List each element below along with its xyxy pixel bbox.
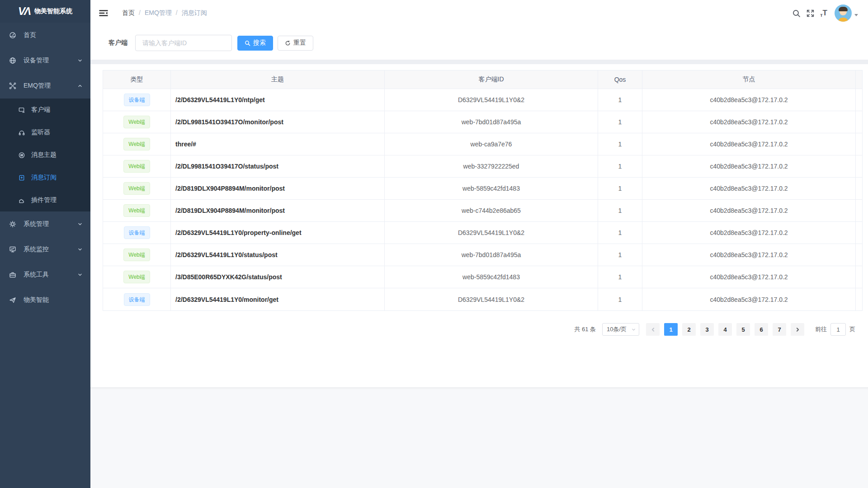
menu-fold-icon[interactable] [99, 8, 108, 18]
page-number-button[interactable]: 6 [755, 323, 768, 336]
gear-icon [9, 221, 16, 228]
cell-qos: 1 [598, 222, 642, 244]
table-row: Web端 /2/D819DLX904P8894M/monitor/post we… [103, 200, 862, 222]
page-number-button[interactable]: 2 [682, 323, 696, 336]
cell-topic: /2/D6329VL54419L1Y0/property-online/get [171, 222, 385, 244]
pagination: 共 61 条 10条/页 1234567 前往 页 [574, 323, 855, 336]
page-number-button[interactable]: 7 [773, 323, 786, 336]
type-tag: Web端 [123, 249, 150, 261]
sidebar-item-monitor[interactable]: 系统监控 [0, 237, 90, 262]
cell-node: c40b2d8ea5c3@172.17.0.2 [642, 288, 856, 310]
toolbox-icon [9, 271, 16, 278]
cell-client-id: web-3327922225ed [385, 155, 598, 178]
type-tag: Web端 [123, 116, 150, 128]
user-menu[interactable] [835, 5, 858, 22]
search-icon [245, 40, 250, 46]
cell-client-id: D6329VL54419L1Y0&2 [385, 89, 598, 111]
cell-gutter [856, 200, 862, 222]
col-header-gutter [856, 70, 862, 89]
chevron-down-icon [78, 272, 82, 277]
cell-gutter [856, 288, 862, 310]
monitor-icon [9, 246, 16, 253]
col-header-node: 节点 [642, 70, 856, 89]
breadcrumb-separator: / [139, 9, 141, 17]
sidebar-item-home[interactable]: 首页 [0, 23, 90, 48]
chevron-up-icon [78, 84, 82, 88]
type-tag: Web端 [123, 271, 150, 283]
cell-qos: 1 [598, 111, 642, 133]
prev-page-button[interactable] [646, 323, 660, 336]
client-icon [18, 107, 25, 113]
type-tag: Web端 [123, 160, 150, 173]
fullscreen-icon[interactable] [806, 9, 815, 18]
chevron-left-icon [651, 327, 656, 332]
client-id-input[interactable] [135, 35, 232, 51]
cell-topic: /2/D819DLX904P8894M/monitor/post [171, 200, 385, 222]
sidebar-item-topic[interactable]: 消息主题 [0, 144, 90, 166]
table-row: 设备端 /2/D6329VL54419L1Y0/property-online/… [103, 222, 862, 244]
font-size-big: T [823, 9, 827, 18]
sidebar-item-system[interactable]: 系统管理 [0, 211, 90, 237]
avatar[interactable] [835, 5, 852, 22]
cell-node: c40b2d8ea5c3@172.17.0.2 [642, 89, 856, 111]
cell-client-id: web-c744b2e86ab65 [385, 200, 598, 222]
font-size-icon[interactable]: тT [820, 9, 827, 18]
cell-qos: 1 [598, 178, 642, 200]
search-field-label: 客户端 [108, 39, 127, 47]
search-button[interactable]: 搜索 [237, 36, 273, 51]
breadcrumb-home[interactable]: 首页 [122, 9, 135, 17]
sidebar-item-label: EMQ管理 [24, 82, 51, 90]
cell-topic: /2/DL9981541O39417O/status/post [171, 155, 385, 178]
table-row: Web端 /3/D85E00R65DYXK42G/status/post web… [103, 266, 862, 288]
listener-icon [18, 129, 25, 136]
cell-node: c40b2d8ea5c3@172.17.0.2 [642, 178, 856, 200]
goto-page: 前往 页 [815, 323, 855, 336]
cell-gutter [856, 133, 862, 155]
sidebar-item-tools[interactable]: 系统工具 [0, 262, 90, 287]
page-size-select[interactable]: 10条/页 [602, 323, 639, 336]
goto-page-input[interactable] [830, 323, 846, 336]
col-header-topic: 主题 [171, 70, 385, 89]
cell-type: Web端 [103, 111, 171, 133]
page-number-button[interactable]: 5 [736, 323, 750, 336]
sidebar: VΛ 物美智能系统 首页 设备管理 EMQ管理 客户端 监听器 消息主题 消息订… [0, 0, 90, 488]
cell-topic: /2/D6329VL54419L1Y0/status/post [171, 244, 385, 266]
chevron-right-icon [795, 327, 800, 332]
top-navbar: 首页 / EMQ管理 / 消息订阅 тT [90, 0, 868, 26]
sidebar-item-wumei[interactable]: 物美智能 [0, 287, 90, 313]
table-header-row: 类型 主题 客户端ID Qos 节点 [103, 70, 862, 89]
reset-button[interactable]: 重置 [278, 36, 313, 51]
chevron-down-icon [632, 328, 636, 332]
cell-topic: /2/DL9981541O39417O/monitor/post [171, 111, 385, 133]
cell-topic: three/# [171, 133, 385, 155]
sidebar-item-client[interactable]: 客户端 [0, 99, 90, 121]
sidebar-item-device[interactable]: 设备管理 [0, 48, 90, 73]
dashboard-icon [9, 32, 16, 39]
navbar-actions: тT [792, 0, 858, 26]
cell-gutter [856, 244, 862, 266]
main-area: 首页 / EMQ管理 / 消息订阅 тT 客户端 [90, 0, 868, 488]
page-number-button[interactable]: 4 [718, 323, 732, 336]
sidebar-item-listener[interactable]: 监听器 [0, 121, 90, 144]
sidebar-item-label: 客户端 [31, 106, 50, 114]
col-header-qos: Qos [598, 70, 642, 89]
search-icon[interactable] [792, 9, 801, 18]
emq-submenu: 客户端 监听器 消息主题 消息订阅 插件管理 [0, 99, 90, 211]
chevron-down-icon [78, 247, 82, 252]
page-number-button[interactable]: 1 [664, 323, 678, 336]
app-logo: VΛ 物美智能系统 [0, 0, 90, 23]
cell-node: c40b2d8ea5c3@172.17.0.2 [642, 133, 856, 155]
sidebar-item-label: 系统监控 [24, 245, 49, 253]
cell-qos: 1 [598, 89, 642, 111]
cell-qos: 1 [598, 200, 642, 222]
sidebar-item-plugin[interactable]: 插件管理 [0, 189, 90, 211]
cell-type: 设备端 [103, 89, 171, 111]
search-button-label: 搜索 [253, 39, 266, 47]
cell-client-id: web-7bd01d87a495a [385, 244, 598, 266]
next-page-button[interactable] [791, 323, 804, 336]
chevron-down-icon [78, 222, 82, 226]
type-tag: Web端 [123, 182, 150, 195]
page-number-button[interactable]: 3 [700, 323, 714, 336]
sidebar-item-subscribe[interactable]: 消息订阅 [0, 166, 90, 189]
sidebar-item-emq[interactable]: EMQ管理 [0, 73, 90, 99]
